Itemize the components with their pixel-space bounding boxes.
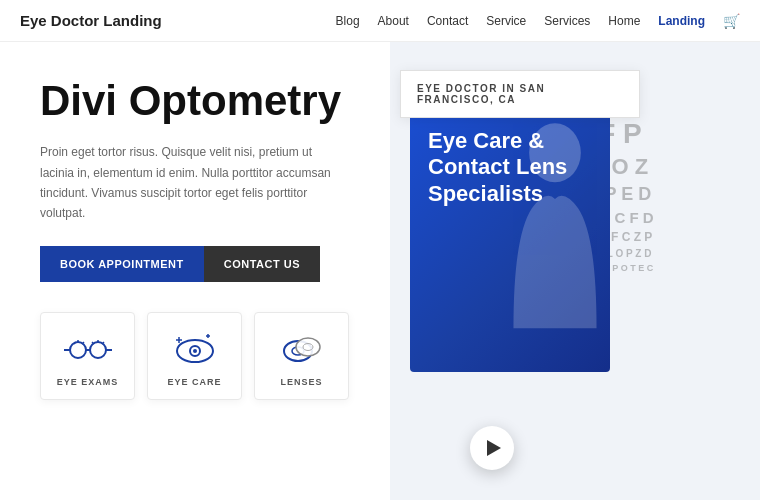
service-card-lenses[interactable]: LENSES — [254, 312, 349, 400]
promo-card: WELCOME TO DIVI Eye Care & Contact Lens … — [410, 82, 610, 372]
eye-exams-icon — [64, 329, 112, 367]
location-box: EYE DOCTOR IN SAN FRANCISCO, CA — [400, 70, 640, 118]
main-content: Divi Optometry Proin eget tortor risus. … — [0, 42, 760, 500]
nav-home[interactable]: Home — [608, 14, 640, 28]
service-card-eye-exams[interactable]: EYE EXAMS — [40, 312, 135, 400]
location-text: EYE DOCTOR IN SAN FRANCISCO, CA — [417, 83, 545, 105]
play-button[interactable] — [470, 426, 514, 470]
nav-service[interactable]: Service — [486, 14, 526, 28]
header: Eye Doctor Landing Blog About Contact Se… — [0, 0, 760, 42]
eye-care-label: EYE CARE — [167, 377, 221, 387]
service-cards: EYE EXAMS — [40, 312, 360, 400]
svg-point-0 — [70, 342, 86, 358]
hero-section: Divi Optometry Proin eget tortor risus. … — [0, 42, 390, 500]
service-card-eye-care[interactable]: EYE CARE — [147, 312, 242, 400]
site-logo: Eye Doctor Landing — [20, 12, 162, 29]
right-panel: E F P T O Z L P E D P E C F D E D F C Z … — [390, 42, 760, 500]
nav-services[interactable]: Services — [544, 14, 590, 28]
nav-contact[interactable]: Contact — [427, 14, 468, 28]
nav-landing[interactable]: Landing — [658, 14, 705, 28]
contact-us-button[interactable]: CONTACT US — [204, 246, 320, 282]
svg-point-22 — [529, 123, 581, 182]
eye-care-icon — [171, 329, 219, 367]
eye-exams-label: EYE EXAMS — [57, 377, 119, 387]
nav-blog[interactable]: Blog — [336, 14, 360, 28]
lenses-icon — [278, 329, 326, 367]
lenses-label: LENSES — [280, 377, 322, 387]
svg-point-20 — [296, 338, 320, 356]
svg-point-13 — [193, 349, 197, 353]
doctor-silhouette — [495, 112, 610, 332]
cta-buttons: BOOK APPOINTMENT CONTACT US — [40, 246, 360, 282]
cart-icon[interactable]: 🛒 — [723, 13, 740, 29]
main-nav: Blog About Contact Service Services Home… — [336, 13, 740, 29]
nav-about[interactable]: About — [378, 14, 409, 28]
hero-description: Proin eget tortor risus. Quisque velit n… — [40, 142, 340, 224]
svg-point-1 — [90, 342, 106, 358]
hero-title: Divi Optometry — [40, 78, 360, 124]
play-icon — [487, 440, 501, 456]
book-appointment-button[interactable]: BOOK APPOINTMENT — [40, 246, 204, 282]
